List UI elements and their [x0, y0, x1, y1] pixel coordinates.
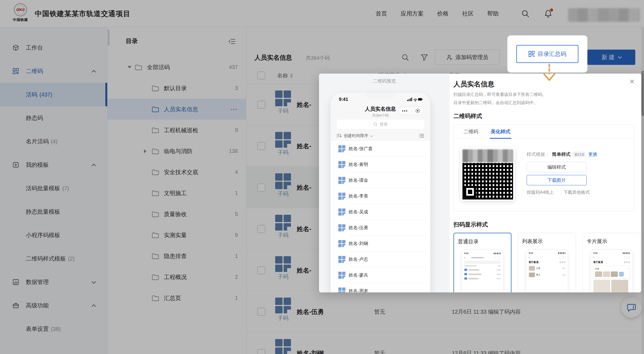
scan-style-cards: 普通目录 9:41 ‹ 列表展示 9:41 [453, 233, 640, 292]
qr-code-icon [338, 177, 345, 184]
qr-code-icon [338, 145, 345, 152]
modal-description: 扫描目录汇总码，即可查看该目录下所有二维码。 目录中更新的二维码，会自动汇总到该… [453, 90, 546, 107]
view-mode-icon[interactable] [419, 134, 424, 138]
mini-status-time: 9:41 [529, 252, 533, 254]
description-line1: 扫描目录汇总码，即可查看该目录下所有二维码。 [453, 90, 546, 99]
qr-code-icon [338, 288, 345, 292]
phone-list-item[interactable]: 姓名-李美 [331, 188, 430, 204]
phone-list-item[interactable]: 姓名-廖兵 [331, 267, 430, 283]
description-line2: 目录中更新的二维码，会自动汇总到该码中。 [453, 99, 546, 107]
scan-style-card-directory[interactable]: 普通目录 9:41 ‹ [453, 233, 511, 292]
scan-style-card-list[interactable]: 列表展示 9:41 ‹ 客厅家居 沙发 茶几 [518, 233, 576, 292]
download-image-button[interactable]: 下载图片 [527, 175, 587, 185]
qr-style-card: 二维码 美化样式 样式模板： 简单样式 B215 更换 [453, 124, 634, 211]
summary-qr-icon [529, 51, 535, 57]
download-links: 排版到A4纸上 下载其他格式 [527, 190, 587, 195]
phone-list-item[interactable]: 姓名-谭金 [331, 173, 430, 188]
qr-code-icon [338, 256, 345, 263]
phone-mockup: 9:41 人员实名信息 共264个码 ••• [330, 92, 431, 292]
status-icons [407, 97, 423, 102]
style-template-code-badge: B215 [573, 152, 586, 157]
change-style-link[interactable]: 更换 [588, 151, 597, 158]
phone-list-item[interactable]: 姓名-刘钢 [331, 236, 430, 252]
qr-code-image [462, 163, 513, 199]
phone-code-list: 姓名-张广喜 姓名-黄明 姓名-谭金 姓名-李美 姓名-吴成 姓名-伍勇 姓名-… [331, 141, 430, 292]
guide-arrow-icon [541, 64, 557, 82]
a4-layout-link[interactable]: 排版到A4纸上 [527, 190, 554, 195]
phone-list-item[interactable]: 姓名-伍勇 [331, 220, 430, 236]
mini-header-title: 客厅家居 [529, 261, 539, 264]
card-title: 卡片展示 [587, 238, 636, 245]
chevron-down-icon [370, 134, 373, 137]
mini-phone-preview: 9:41 ‹ 客厅家居 沙发 茶几 [526, 249, 568, 292]
style-template-name: 简单样式 [552, 151, 571, 158]
qr-image-card [461, 147, 515, 201]
preview-label: 二维码预览 [319, 78, 450, 84]
phone-sort-bar[interactable]: 创建时间降序 [337, 132, 424, 140]
phone-list-item[interactable]: 姓名-周老 [331, 283, 430, 292]
mini-header-title: 客厅家居 [593, 261, 603, 264]
search-icon [373, 122, 378, 126]
qr-code-icon [338, 224, 345, 231]
phone-status-bar: 9:41 [339, 97, 423, 102]
qr-style-section-title: 二维码样式 [453, 112, 482, 120]
sort-label: 创建时间降序 [344, 133, 368, 138]
qr-code-icon [338, 240, 345, 247]
mini-phone-preview: 9:41 ‹ [462, 250, 504, 292]
sort-desc-icon [337, 134, 342, 138]
tab-beautified-style[interactable]: 美化样式 [491, 128, 510, 139]
qr-finder-square [464, 186, 476, 198]
directory-summary-code-label: 目录汇总码 [538, 50, 566, 58]
directory-summary-code-button[interactable]: 目录汇总码 [516, 45, 578, 63]
summary-code-modal: 二维码预览 9:41 人员实名信息 共264个码 • [319, 74, 641, 292]
qr-code-icon [338, 272, 345, 279]
phone-list-item[interactable]: 姓名-卢志 [331, 252, 430, 267]
search-placeholder: 搜索 [380, 122, 388, 127]
mini-phone-preview: 9:41 ‹ 客厅家居 沙发› [591, 249, 633, 292]
other-format-link[interactable]: 下载其他格式 [564, 190, 590, 195]
style-template-label: 样式模板： [527, 151, 550, 158]
phone-list-item[interactable]: 姓名-张广喜 [331, 141, 430, 157]
phone-list-item[interactable]: 姓名-黄明 [331, 157, 430, 173]
qr-blurred-header [462, 149, 513, 162]
modal-title: 人员实名信息 [453, 80, 494, 89]
close-target-icon[interactable] [412, 109, 424, 113]
style-template-row: 样式模板： 简单样式 B215 更换 [527, 151, 587, 158]
qr-badge-icon [619, 272, 624, 276]
qr-code-icon [338, 193, 345, 200]
card-title: 列表展示 [522, 238, 572, 245]
phone-search-input[interactable]: 搜索 [337, 120, 424, 129]
mini-status-time: 9:41 [464, 252, 469, 255]
more-icon[interactable]: ••• [399, 108, 411, 113]
qr-code-icon [338, 161, 345, 168]
close-icon[interactable]: ✕ [629, 78, 635, 85]
qr-style-tabs: 二维码 美化样式 [454, 125, 634, 139]
card-title: 普通目录 [458, 238, 507, 245]
miniprogram-capsule[interactable]: ••• [398, 107, 424, 115]
edit-style-button[interactable]: 编辑样式 [527, 162, 587, 172]
qr-style-meta: 样式模板： 简单样式 B215 更换 编辑样式 下载图片 排版到A4纸上 下载其… [527, 151, 587, 195]
mini-status-time: 9:41 [593, 252, 598, 254]
tab-qrcode[interactable]: 二维码 [464, 128, 478, 139]
qr-preview-panel: 二维码预览 9:41 人员实名信息 共264个码 • [319, 74, 450, 292]
phone-list-item[interactable]: 姓名-吴成 [331, 204, 430, 220]
scan-style-section-title: 扫码显示样式 [453, 221, 488, 228]
qr-code-icon [338, 208, 345, 216]
scan-style-card-cards[interactable]: 卡片展示 9:41 ‹ 客厅家居 沙发› [582, 233, 640, 292]
app-root: CRCC 中国铁建 中国铁建某某市轨道交通项目 首页 应用方案 价格 社区 帮助 [0, 0, 644, 354]
status-time: 9:41 [339, 97, 348, 102]
summary-code-detail-panel: ✕ 人员实名信息 扫描目录汇总码，即可查看该目录下所有二维码。 目录中更新的二维… [450, 74, 641, 292]
